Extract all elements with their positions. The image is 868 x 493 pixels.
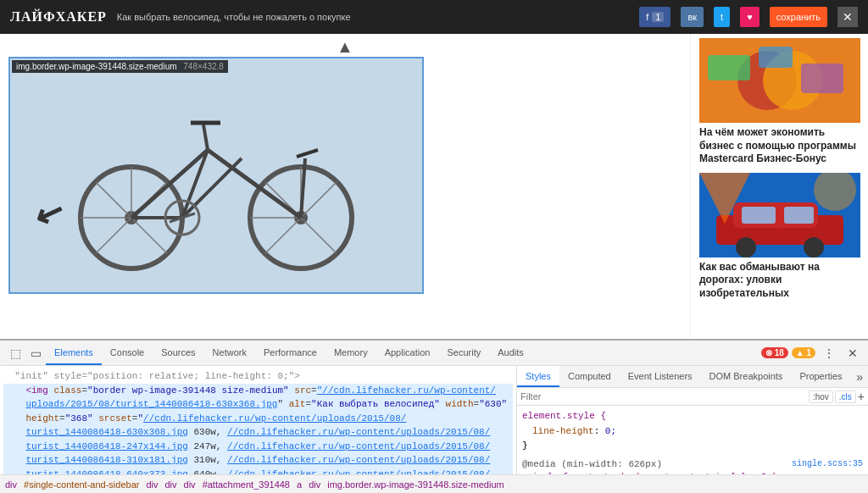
styles-panel: Styles Computed Event Listeners DOM Brea…	[517, 366, 868, 474]
fb-icon: f	[646, 12, 648, 22]
code-line-img-start: <img class="border wp-image-391448 size-…	[3, 384, 513, 398]
status-attachment[interactable]: #attachment_391448	[203, 479, 290, 490]
status-div-tag[interactable]: div	[5, 479, 17, 490]
site-header: ЛАЙФХАКЕР Как выбрать велосипед, чтобы н…	[0, 0, 868, 34]
svg-rect-40	[784, 207, 814, 224]
social-vk-button[interactable]: вк	[681, 7, 704, 27]
tab-console[interactable]: Console	[102, 341, 153, 365]
tw-icon: t	[721, 12, 723, 22]
devtools-panel: ⬚ ▭ Elements Console Sources Network Per…	[0, 339, 868, 493]
article-image-wrapper: img.border.wp-image-391448.size-medium 7…	[8, 57, 424, 294]
error-icon: ⊗	[765, 348, 772, 357]
style-rule-media: @media (min-width: 626px) single.scss:35…	[522, 457, 863, 474]
status-div-tag-3[interactable]: div	[165, 479, 177, 490]
svg-line-24	[297, 150, 318, 157]
save-label: сохранить	[776, 12, 821, 22]
devtools-content: "init" style="position: relative; line-h…	[0, 366, 868, 474]
cls-button[interactable]: .cls	[835, 391, 856, 403]
code-line-img-2: uploads/2015/08/turist_1440086418-630x36…	[3, 397, 513, 412]
styles-tab-event-listeners[interactable]: Event Listeners	[620, 366, 701, 387]
social-hrt-button[interactable]: ♥	[740, 7, 760, 27]
style-media-query: @media (min-width: 626px) single.scss:35	[522, 457, 863, 473]
styles-tab-computed[interactable]: Computed	[559, 366, 620, 387]
sidebar-card-1-title: На чём может экономить бизнес с помощью …	[699, 126, 860, 166]
vk-icon: вк	[687, 12, 697, 22]
styles-filter-bar: :hov .cls +	[517, 388, 868, 406]
add-style-button[interactable]: +	[858, 390, 865, 403]
tab-elements[interactable]: Elements	[46, 341, 102, 365]
status-div-tag-2[interactable]: div	[146, 479, 158, 490]
tab-network[interactable]: Network	[204, 341, 255, 365]
style-rule-element: element.style { line-height: 0; }	[522, 409, 863, 454]
inspect-icon: ⬚	[10, 346, 21, 360]
heart-icon: ♥	[747, 12, 753, 22]
svg-rect-31	[708, 55, 750, 80]
svg-rect-39	[742, 207, 776, 224]
sidebar-card-2-image	[699, 173, 860, 258]
tab-security[interactable]: Security	[438, 341, 489, 365]
sidebar-card-2: Как вас обманывают на дорогах: уловки из…	[699, 173, 860, 301]
warn-icon: ▲	[796, 348, 804, 357]
status-div-tag-5[interactable]: div	[309, 479, 320, 490]
page-area: ▲ img.border.wp-image-391448.size-medium…	[0, 34, 868, 339]
svg-rect-32	[759, 47, 793, 68]
status-div-tag-4[interactable]: div	[184, 479, 196, 490]
page-sidebar: На чём может экономить бизнес с помощью …	[690, 34, 868, 339]
bike-image	[38, 74, 394, 277]
styles-tab-styles[interactable]: Styles	[517, 366, 559, 387]
devtools-right-controls: ⊗ 18 ▲ 1 ⋮ ✕	[761, 343, 863, 363]
svg-rect-33	[801, 64, 843, 93]
devtools-close-button[interactable]: ✕	[843, 343, 863, 363]
svg-point-38	[804, 237, 824, 258]
status-selector-1: #single-content-and-sidebar	[24, 479, 139, 490]
dom-panel[interactable]: "init" style="position: relative; line-h…	[0, 366, 517, 474]
sidebar-card-1: На чём может экономить бизнес с помощью …	[699, 38, 860, 166]
status-img-tag[interactable]: img.border.wp-image-391448.size-medium	[327, 479, 504, 490]
styles-more-icon[interactable]: »	[851, 370, 868, 384]
svg-line-8	[131, 218, 167, 253]
styles-tab-dom-breakpoints[interactable]: DOM Breakpoints	[701, 366, 792, 387]
sidebar-card-1-image	[699, 38, 860, 123]
style-rule-close-1: }	[522, 439, 863, 454]
warn-badge: ▲ 1	[792, 347, 815, 358]
svg-point-37	[736, 237, 756, 258]
social-tw-button[interactable]: t	[714, 7, 730, 27]
tab-application[interactable]: Application	[376, 341, 439, 365]
style-prop-line-height: line-height: 0;	[522, 424, 863, 440]
svg-line-13	[301, 182, 337, 218]
image-tooltip: img.border.wp-image-391448.size-medium 7…	[12, 60, 228, 73]
device-toolbar-button[interactable]: ▭	[25, 343, 46, 363]
arrow-up: ▲	[8, 38, 682, 55]
devtools-tabs: Elements Console Sources Network Perform…	[46, 341, 761, 365]
close-button[interactable]: ✕	[837, 7, 858, 27]
error-badge: ⊗ 18	[761, 347, 788, 358]
tab-sources[interactable]: Sources	[153, 341, 203, 365]
styles-tab-properties[interactable]: Properties	[791, 366, 850, 387]
page-main: ▲ img.border.wp-image-391448.size-medium…	[0, 34, 690, 339]
social-save-button[interactable]: сохранить	[770, 7, 827, 27]
svg-line-9	[96, 218, 131, 253]
devtools-more-button[interactable]: ⋮	[819, 343, 839, 363]
sidebar-card-2-title: Как вас обманывают на дорогах: уловки из…	[699, 261, 860, 301]
status-a-tag[interactable]: a	[297, 479, 302, 490]
code-line-img-5: turist_1440086418-247x144.jpg 247w, //cd…	[3, 440, 513, 454]
svg-line-17	[208, 150, 301, 218]
social-fb-button[interactable]: f 1	[639, 7, 670, 27]
code-line-img-4: turist_1440086418-630x368.jpg 630w, //cd…	[3, 425, 513, 440]
inspect-element-button[interactable]: ⬚	[5, 343, 25, 363]
code-line-1: "init" style="position: relative; line-h…	[3, 369, 513, 384]
svg-line-15	[265, 218, 301, 253]
devtools-statusbar: div #single-content-and-sidebar div div …	[0, 474, 868, 493]
site-tagline: Как выбрать велосипед, чтобы не пожалеть…	[117, 12, 629, 22]
tab-audits[interactable]: Audits	[489, 341, 532, 365]
svg-line-6	[96, 182, 131, 218]
hov-button[interactable]: :hov	[809, 391, 833, 403]
styles-filter-input[interactable]	[520, 391, 805, 402]
tab-memory[interactable]: Memory	[326, 341, 376, 365]
article-image: img.border.wp-image-391448.size-medium 7…	[8, 57, 424, 294]
code-line-img-3: height="368" srcset="//cdn.lifehacker.ru…	[3, 412, 513, 426]
svg-line-21	[203, 125, 208, 150]
fb-count: 1	[652, 12, 664, 22]
tab-performance[interactable]: Performance	[255, 341, 326, 365]
device-icon: ▭	[31, 346, 42, 360]
